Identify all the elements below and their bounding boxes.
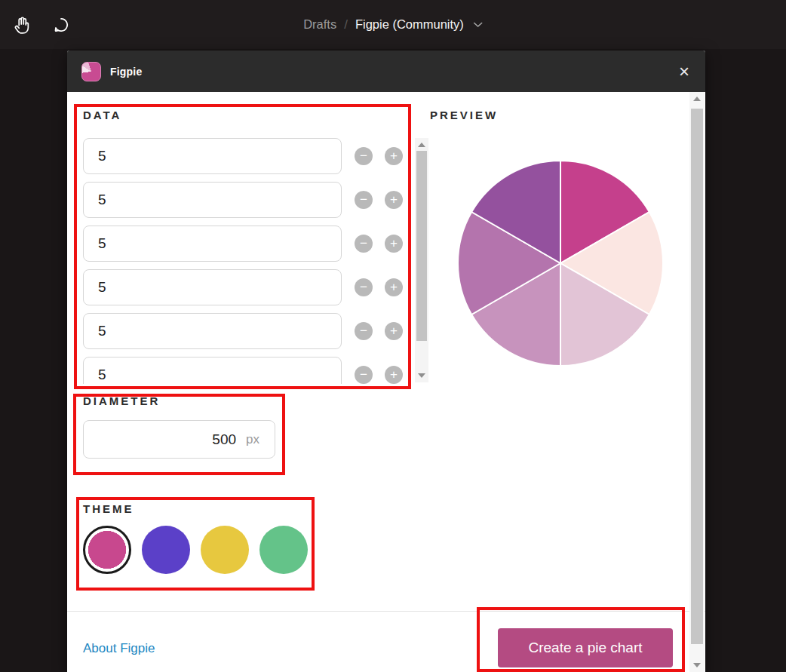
data-value-input[interactable] bbox=[83, 269, 342, 305]
data-value-input[interactable] bbox=[83, 182, 342, 218]
theme-swatch-green[interactable] bbox=[259, 526, 308, 574]
increment-button[interactable]: + bbox=[385, 322, 403, 340]
pie-chart-preview bbox=[455, 158, 666, 369]
decrement-button[interactable]: − bbox=[355, 366, 373, 384]
increment-button[interactable]: + bbox=[385, 191, 403, 209]
comment-icon bbox=[51, 15, 71, 35]
scroll-up-arrow[interactable] bbox=[693, 97, 701, 101]
plugin-body: DATA −+−+−+−+−+−+ PREVIEW DIAMETER px TH… bbox=[67, 92, 705, 672]
figpie-app-icon bbox=[81, 62, 101, 81]
footer-divider bbox=[67, 611, 705, 612]
pie-chart-svg bbox=[455, 158, 666, 369]
increment-button[interactable]: + bbox=[385, 366, 403, 384]
about-figpie-link[interactable]: About Figpie bbox=[83, 641, 155, 656]
theme-swatch-yellow[interactable] bbox=[201, 526, 249, 574]
data-row: −+ bbox=[83, 182, 413, 218]
plugin-window-scrollbar[interactable] bbox=[689, 92, 705, 672]
comment-tool-button[interactable] bbox=[47, 11, 75, 39]
breadcrumb: Drafts / Figpie (Community) bbox=[303, 0, 483, 49]
chevron-down-icon[interactable] bbox=[473, 22, 483, 28]
preview-section-label: PREVIEW bbox=[430, 109, 498, 121]
breadcrumb-separator: / bbox=[344, 17, 348, 32]
data-rows: −+−+−+−+−+−+ bbox=[83, 138, 413, 384]
breadcrumb-file-name[interactable]: Figpie (Community) bbox=[355, 17, 464, 32]
diameter-section-label: DIAMETER bbox=[83, 394, 160, 407]
data-value-input[interactable] bbox=[83, 357, 342, 384]
scrollbar-thumb[interactable] bbox=[416, 151, 427, 341]
data-row: −+ bbox=[83, 269, 413, 305]
breadcrumb-drafts[interactable]: Drafts bbox=[303, 17, 336, 32]
figpie-plugin-window: Figpie × DATA −+−+−+−+−+−+ PREVIEW DIAME… bbox=[67, 51, 705, 672]
hand-tool-button[interactable] bbox=[8, 11, 36, 39]
diameter-input[interactable] bbox=[146, 431, 236, 448]
data-row: −+ bbox=[83, 313, 413, 349]
data-row: −+ bbox=[83, 357, 413, 384]
theme-swatch-pink[interactable] bbox=[83, 526, 131, 574]
decrement-button[interactable]: − bbox=[355, 147, 373, 165]
data-value-input[interactable] bbox=[83, 226, 342, 262]
theme-swatches bbox=[83, 526, 308, 574]
scrollbar-thumb[interactable] bbox=[691, 109, 703, 644]
scroll-down-arrow[interactable] bbox=[418, 373, 425, 378]
decrement-button[interactable]: − bbox=[355, 278, 373, 296]
hand-icon bbox=[12, 15, 32, 35]
increment-button[interactable]: + bbox=[385, 147, 403, 165]
create-pie-chart-button[interactable]: Create a pie chart bbox=[498, 628, 673, 667]
diameter-unit-label: px bbox=[246, 432, 259, 447]
decrement-button[interactable]: − bbox=[355, 235, 373, 253]
plugin-title: Figpie bbox=[110, 66, 142, 78]
increment-button[interactable]: + bbox=[385, 278, 403, 296]
figma-toolbar: Drafts / Figpie (Community) bbox=[0, 0, 786, 49]
scroll-down-arrow[interactable] bbox=[693, 663, 701, 667]
data-row: −+ bbox=[83, 138, 413, 174]
theme-section-label: THEME bbox=[83, 502, 134, 515]
data-list-scrollbar[interactable] bbox=[415, 138, 428, 382]
diameter-field: px bbox=[83, 420, 275, 459]
data-row: −+ bbox=[83, 226, 413, 262]
data-section-label: DATA bbox=[83, 109, 121, 121]
decrement-button[interactable]: − bbox=[355, 322, 373, 340]
increment-button[interactable]: + bbox=[385, 235, 403, 253]
decrement-button[interactable]: − bbox=[355, 191, 373, 209]
data-value-input[interactable] bbox=[83, 313, 342, 349]
plugin-header: Figpie × bbox=[67, 51, 705, 92]
data-value-input[interactable] bbox=[83, 138, 342, 174]
theme-swatch-purple[interactable] bbox=[142, 526, 190, 574]
scroll-up-arrow[interactable] bbox=[418, 143, 425, 147]
close-icon[interactable]: × bbox=[677, 63, 691, 81]
